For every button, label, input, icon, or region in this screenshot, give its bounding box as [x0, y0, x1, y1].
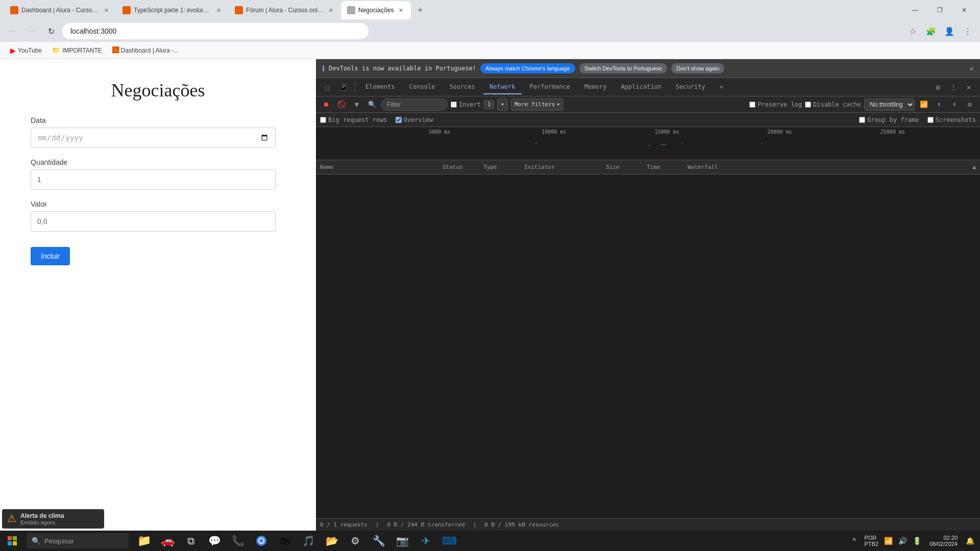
th-initiator[interactable]: Initiator [520, 164, 602, 170]
start-button[interactable] [0, 531, 24, 551]
invert-label[interactable]: Invert [451, 101, 481, 108]
maximize-button[interactable]: ❐ [928, 2, 951, 18]
taskbar-app-files[interactable]: 📂 [321, 531, 343, 551]
more-filters-btn[interactable]: More filters ▾ [511, 98, 564, 111]
th-type[interactable]: Type [479, 164, 520, 170]
volume-icon[interactable]: 🔊 [897, 535, 909, 547]
th-name[interactable]: Name [316, 164, 438, 170]
taskbar-search-box[interactable]: 🔍 Pesquisar [27, 533, 129, 548]
profile-icon[interactable]: 👤 [941, 23, 958, 39]
search-icon[interactable]: 🔍 [366, 98, 378, 111]
taskbar-app-car[interactable]: 🚗 [156, 531, 179, 551]
overview-label[interactable]: Overview [396, 116, 433, 123]
tab-close-1[interactable]: ✕ [102, 6, 110, 14]
tab-close-4[interactable]: ✕ [397, 6, 405, 14]
preserve-log-label[interactable]: Preserve log [749, 101, 802, 108]
taskbar-app-explorer[interactable]: 📁 [133, 531, 155, 551]
battery-icon[interactable]: 🔋 [911, 535, 923, 547]
new-tab-button[interactable]: + [413, 3, 427, 17]
devtools-more-icon[interactable]: ⋮ [946, 80, 961, 94]
screenshots-label[interactable]: Screenshots [927, 116, 976, 123]
more-button[interactable]: ⋮ [960, 23, 976, 39]
disable-cache-checkbox[interactable] [805, 102, 811, 108]
tray-chevron-icon[interactable]: ^ [848, 535, 860, 547]
group-by-frame-label[interactable]: Group by frame [859, 116, 919, 123]
bookmark-star-icon[interactable]: ☆ [904, 23, 921, 39]
taskbar-app-vscode[interactable]: ⌨ [438, 531, 460, 551]
switch-devtools-button[interactable]: Switch DevTools to Portuguese [579, 63, 667, 73]
close-button[interactable]: ✕ [952, 2, 976, 18]
devtools-close-icon[interactable]: ✕ [962, 80, 976, 94]
wifi-icon[interactable]: 📶 [918, 98, 930, 111]
data-input[interactable] [31, 128, 276, 148]
tab-4[interactable]: Negociações ✕ [341, 1, 411, 19]
notifications-icon[interactable]: 🔔 [964, 535, 976, 547]
forward-button[interactable]: → [23, 23, 40, 39]
address-input[interactable] [62, 23, 369, 39]
tab-close-2[interactable]: ✕ [214, 6, 223, 14]
th-status[interactable]: Status [438, 164, 479, 170]
clear-icon[interactable]: 🚫 [335, 98, 348, 111]
bookmark-youtube[interactable]: ▶ YouTube [6, 44, 46, 57]
tab-2[interactable]: TypeScript parte 1: evoluindo s... ✕ [116, 1, 229, 19]
th-size[interactable]: Size [602, 164, 643, 170]
taskbar-app-telegram[interactable]: ✈ [414, 531, 437, 551]
filter-input[interactable] [381, 98, 448, 111]
preserve-log-checkbox[interactable] [749, 102, 755, 108]
tab-application[interactable]: Application [615, 80, 667, 94]
bookmark-dashboard[interactable]: 🅰 Dashboard | Alura -... [108, 44, 183, 56]
tab-memory[interactable]: Memory [578, 80, 612, 94]
filter-icon[interactable]: ▼ [351, 98, 363, 111]
cursor-icon[interactable]: ⬚ [320, 80, 334, 94]
bookmark-importante[interactable]: 📁 IMPORTANTE [48, 44, 106, 56]
taskbar-app-tools[interactable]: 🔧 [368, 531, 390, 551]
th-time[interactable]: Time [643, 164, 683, 170]
disable-cache-label[interactable]: Disable cache [805, 101, 861, 108]
back-button[interactable]: ← [4, 23, 20, 39]
invert-checkbox[interactable] [451, 102, 457, 108]
language-indicator[interactable]: POR PTB2 [862, 535, 880, 547]
wifi-tray-icon[interactable]: 📶 [883, 535, 895, 547]
tab-more[interactable]: » [714, 80, 729, 94]
big-request-rows-checkbox[interactable] [320, 117, 326, 123]
big-request-rows-label[interactable]: Big request rows [320, 116, 387, 123]
tab-console[interactable]: Console [403, 80, 442, 94]
taskbar-app-chat[interactable]: 💬 [203, 531, 226, 551]
record-icon[interactable]: ⏺ [320, 98, 332, 111]
minimize-button[interactable]: — [903, 2, 927, 18]
tab-elements[interactable]: Elements [359, 80, 401, 94]
screenshots-checkbox[interactable] [927, 117, 934, 123]
taskbar-app-whatsapp[interactable]: 📞 [227, 531, 249, 551]
tab-security[interactable]: Security [670, 80, 712, 94]
tray-clock[interactable]: 02:20 08/02/2024 [925, 535, 962, 547]
tab-performance[interactable]: Performance [524, 80, 576, 94]
valor-input[interactable] [31, 211, 276, 232]
tab-close-3[interactable]: ✕ [327, 6, 335, 14]
dont-show-again-button[interactable]: Don't show again [671, 63, 724, 73]
network-settings-icon[interactable]: ⚙ [964, 98, 976, 111]
count-dropdown[interactable]: ▾ [497, 98, 508, 111]
tab-network[interactable]: Network [483, 80, 522, 94]
export-icon[interactable]: ⬇ [948, 98, 961, 111]
taskbar-app-settings[interactable]: ⚙ [344, 531, 366, 551]
tab-1[interactable]: Dashboard | Alura - Cursos onli... ✕ [4, 1, 116, 19]
quantidade-input[interactable] [31, 169, 276, 190]
settings-icon[interactable]: ⚙ [931, 80, 945, 94]
taskbar-app-instagram[interactable]: 📷 [391, 531, 413, 551]
import-icon[interactable]: ⬆ [933, 98, 945, 111]
reload-button[interactable]: ↻ [43, 23, 59, 39]
incluir-button[interactable]: Incluir [31, 247, 70, 265]
notification-close-icon[interactable]: ✕ [970, 64, 974, 72]
taskbar-app-chrome[interactable] [250, 531, 273, 551]
always-match-button[interactable]: Always match Chrome's language [480, 63, 575, 73]
tab-sources[interactable]: Sources [443, 80, 481, 94]
th-waterfall[interactable]: Waterfall ▲ [683, 164, 980, 170]
overview-checkbox[interactable] [396, 117, 402, 123]
tab-3[interactable]: Fórum | Alura - Cursos online d... ✕ [229, 1, 341, 19]
taskbar-app-taskview[interactable]: ⧉ [180, 531, 202, 551]
device-icon[interactable]: 📱 [336, 80, 351, 94]
throttle-select[interactable]: No throttling [864, 98, 915, 111]
taskbar-app-spotify[interactable]: 🎵 [297, 531, 320, 551]
taskbar-app-store[interactable]: 🛍 [274, 531, 296, 551]
group-by-frame-checkbox[interactable] [859, 117, 865, 123]
